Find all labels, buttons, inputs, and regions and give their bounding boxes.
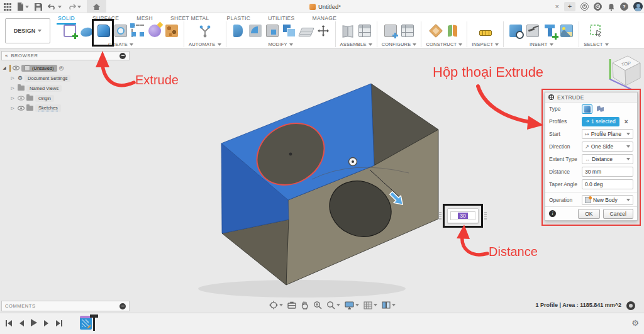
comments-panel[interactable]: COMMENTS — [1, 301, 130, 311]
collapse-panel-icon[interactable]: « — [5, 53, 8, 58]
measure-button[interactable] — [478, 22, 493, 40]
drag-grip-icon[interactable] — [484, 212, 487, 221]
display-settings-button[interactable] — [345, 301, 359, 309]
direction-dropdown[interactable]: ↗ One Side — [582, 142, 633, 152]
timeline-step-back-button[interactable] — [18, 318, 25, 330]
configuration-button[interactable] — [383, 22, 398, 40]
info-icon[interactable]: i — [549, 210, 556, 217]
notifications-bell-icon[interactable] — [607, 3, 615, 11]
assemble-menu[interactable]: ASSEMBLE — [340, 42, 372, 47]
browser-header[interactable]: « BROWSER — [1, 51, 130, 60]
help-icon[interactable]: ? — [620, 3, 628, 11]
panel-options-icon[interactable] — [119, 53, 126, 59]
type-solid-button[interactable] — [582, 104, 592, 114]
viewcube-body[interactable]: TOP — [613, 56, 640, 86]
hole-button[interactable] — [113, 22, 128, 40]
press-pull-button[interactable] — [231, 22, 246, 40]
insert-menu[interactable]: INSERT — [530, 42, 553, 47]
configure-menu[interactable]: CONFIGURE — [382, 42, 417, 47]
app-grid-icon[interactable] — [4, 3, 11, 11]
expander-icon[interactable]: ◢ — [1, 65, 8, 70]
distance-input-field[interactable]: 30 — [450, 211, 475, 220]
tree-row-origin[interactable]: ▷ Origin — [1, 93, 130, 103]
insert-fastener-button[interactable] — [542, 22, 557, 40]
job-status-icon[interactable] — [594, 3, 602, 11]
document-tab[interactable]: Untitled* — [309, 0, 341, 13]
expander-icon[interactable]: ▷ — [9, 96, 16, 101]
orbit-button[interactable] — [269, 301, 283, 309]
midplane-button[interactable] — [445, 22, 460, 40]
shell-button[interactable] — [265, 22, 280, 40]
insert-mesh-button[interactable] — [525, 22, 540, 40]
timeline-gear-icon[interactable]: ⚙ — [631, 318, 639, 328]
automate-menu[interactable]: AUTOMATE — [189, 42, 221, 47]
grid-settings-button[interactable] — [364, 301, 377, 309]
expander-icon[interactable]: ▷ — [9, 86, 16, 91]
combine-button[interactable] — [282, 22, 297, 40]
design-workspace-button[interactable]: DESIGN — [5, 18, 50, 43]
view-cube[interactable]: TOP — [596, 52, 644, 97]
operation-dropdown[interactable]: New Body — [582, 195, 633, 205]
timeline-play-button[interactable] — [30, 318, 38, 330]
extent-type-dropdown[interactable]: ↔ Distance — [582, 154, 633, 164]
automate-button[interactable] — [197, 22, 213, 40]
volumetric-lattice-button[interactable] — [164, 22, 179, 40]
visibility-eye-icon[interactable] — [13, 65, 19, 70]
save-icon[interactable] — [35, 3, 42, 11]
timeline-skip-start-button[interactable] — [5, 318, 13, 330]
distance-input-widget[interactable]: 30 — [447, 208, 479, 223]
create-sketch-button[interactable] — [62, 22, 77, 40]
inspect-menu[interactable]: INSPECT — [472, 42, 499, 47]
type-thin-button[interactable] — [595, 104, 606, 114]
tree-row-root[interactable]: ◢ (Unsaved) ◎ — [1, 63, 130, 73]
configuration-table-button[interactable] — [400, 22, 415, 40]
tree-row-sketches[interactable]: ▷ Sketches — [1, 103, 130, 113]
user-avatar[interactable] — [633, 2, 643, 11]
dialog-header[interactable]: EXTRUDE — [545, 92, 637, 103]
canvas-image-button[interactable] — [559, 22, 574, 40]
activate-radio-icon[interactable]: ◎ — [59, 65, 64, 71]
drag-grip-icon[interactable] — [439, 212, 441, 221]
expander-icon[interactable]: ▷ — [9, 106, 16, 111]
expander-icon[interactable]: ▷ — [9, 75, 16, 81]
status-indicator-icon[interactable] — [626, 301, 635, 310]
sketch-center-point[interactable] — [289, 153, 292, 156]
clear-selection-icon[interactable]: × — [625, 118, 628, 125]
visibility-eye-icon[interactable] — [18, 106, 25, 111]
insert-derive-button[interactable] — [508, 22, 523, 40]
fit-button[interactable] — [326, 301, 340, 309]
home-tab[interactable] — [87, 0, 106, 13]
modify-menu[interactable]: MODIFY — [268, 42, 292, 47]
taper-angle-field[interactable]: 0.0 deg — [582, 179, 633, 189]
timeline-skip-end-button[interactable] — [55, 318, 63, 330]
distance-field[interactable]: 30 mm — [582, 167, 633, 177]
tree-row-named-views[interactable]: ▷ Named Views — [1, 83, 130, 93]
new-tab-button[interactable]: + — [564, 2, 575, 11]
pattern-button[interactable] — [130, 22, 145, 40]
zoom-button[interactable] — [313, 301, 322, 309]
tree-row-document-settings[interactable]: ▷ ⚙ Document Settings — [1, 73, 130, 83]
file-menu-icon[interactable] — [17, 3, 29, 11]
select-menu[interactable]: SELECT — [584, 42, 608, 47]
timeline-position-marker[interactable] — [93, 315, 95, 331]
split-body-button[interactable] — [299, 22, 314, 40]
undo-icon[interactable] — [48, 3, 62, 10]
panel-options-icon[interactable] — [119, 303, 126, 309]
form-button[interactable] — [147, 22, 162, 40]
visibility-eye-icon[interactable] — [18, 96, 25, 101]
profiles-selected-button[interactable]: ➔ 1 selected — [582, 117, 619, 126]
joint-button[interactable] — [357, 22, 372, 40]
construct-plane-button[interactable] — [428, 22, 443, 40]
new-component-button[interactable] — [340, 22, 355, 40]
timeline-step-forward-button[interactable] — [43, 318, 50, 330]
start-dropdown[interactable]: ↦ Profile Plane — [582, 129, 633, 139]
fillet-button[interactable] — [248, 22, 263, 40]
root-document-label[interactable]: (Unsaved) — [21, 65, 57, 72]
timeline-sketch-feature[interactable] — [80, 316, 92, 330]
construct-menu[interactable]: CONSTRUCT — [426, 42, 462, 47]
cancel-button[interactable]: Cancel — [603, 209, 633, 219]
ok-button[interactable]: OK — [578, 209, 599, 219]
dialog-grip-icon[interactable] — [548, 94, 554, 100]
viewports-button[interactable] — [382, 301, 396, 309]
pan-hand-button[interactable] — [301, 301, 309, 309]
